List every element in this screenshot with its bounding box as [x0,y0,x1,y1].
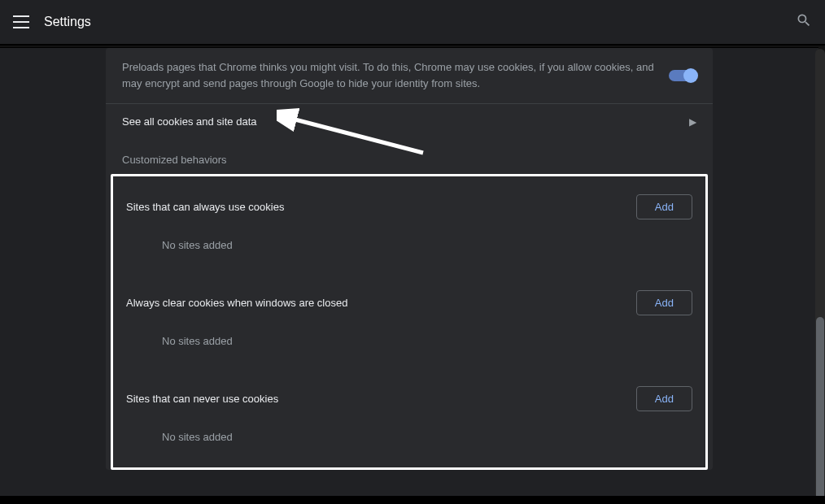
annotation-highlight-box: Sites that can always use cookies Add No… [111,174,708,470]
see-all-cookies-label: See all cookies and site data [122,115,676,128]
sites-never-block: Sites that can never use cookies Add No … [115,370,704,466]
chevron-right-icon: ▶ [689,116,696,128]
sites-always-header: Sites that can always use cookies Add [126,186,692,228]
content-area: Preloads pages that Chrome thinks you mi… [0,47,818,504]
no-sites-text: No sites added [126,324,692,370]
settings-panel: Preloads pages that Chrome thinks you mi… [106,48,713,470]
sites-never-header: Sites that can never use cookies Add [126,378,692,419]
add-button[interactable]: Add [636,290,692,315]
no-sites-text: No sites added [126,228,692,274]
scrollbar-track[interactable] [815,49,825,499]
sites-never-title: Sites that can never use cookies [126,393,278,405]
top-bar-left: Settings [13,15,91,29]
preload-description: Preloads pages that Chrome thinks you mi… [122,59,656,92]
sites-clear-header: Always clear cookies when windows are cl… [126,282,692,324]
add-button[interactable]: Add [636,194,692,219]
preload-toggle[interactable] [669,70,696,81]
sites-clear-title: Always clear cookies when windows are cl… [126,297,347,309]
no-sites-text: No sites added [126,419,692,466]
sites-always-title: Sites that can always use cookies [126,201,284,213]
search-icon[interactable] [796,12,812,32]
add-button[interactable]: Add [636,386,692,411]
sites-clear-block: Always clear cookies when windows are cl… [115,274,704,370]
window-border-bottom [0,496,825,504]
preload-row: Preloads pages that Chrome thinks you mi… [106,48,713,104]
see-all-cookies-row[interactable]: See all cookies and site data ▶ [106,104,713,139]
customized-behaviors-label: Customized behaviors [106,139,713,174]
hamburger-menu-icon[interactable] [13,15,29,28]
page-title: Settings [44,15,91,29]
scrollbar-thumb[interactable] [816,317,824,504]
toggle-knob [683,68,698,83]
sites-always-block: Sites that can always use cookies Add No… [115,178,704,274]
top-bar: Settings [0,0,825,46]
